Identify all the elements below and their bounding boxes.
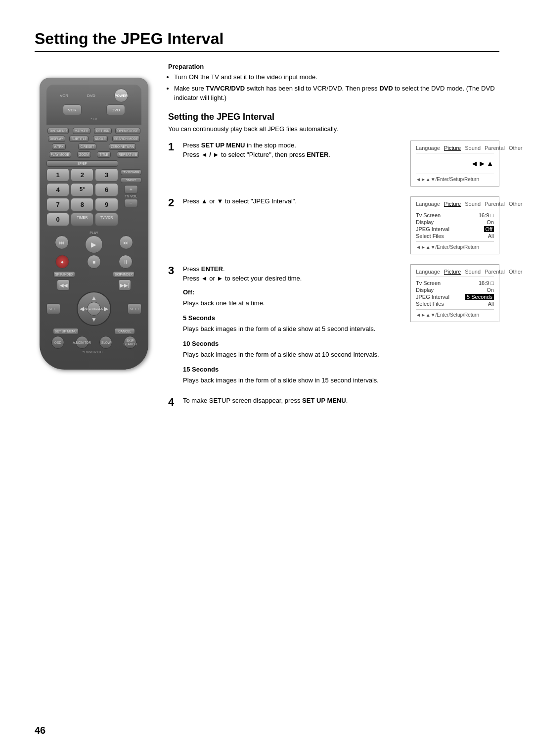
step-3-details: Off: Plays back one file at a time. 5 Se… bbox=[183, 287, 404, 386]
osd2-nav: ◄►▲▼/Enter/Setup/Return bbox=[416, 244, 494, 250]
osd2-jpeg-label: JPEG Interval bbox=[416, 226, 449, 232]
sp-ep-btn[interactable]: SP/EP bbox=[46, 160, 118, 167]
power-btn[interactable]: POWER bbox=[114, 89, 128, 102]
setup-cancel-row: SET UP MENU CANCEL bbox=[46, 328, 141, 334]
enter-select-btn[interactable]: ENTER/SELECT bbox=[87, 302, 101, 316]
tv-sub-label: * TV bbox=[50, 117, 137, 121]
num-8-btn[interactable]: 8 bbox=[71, 198, 93, 211]
vcr-switch-btn[interactable]: VCR bbox=[63, 104, 82, 115]
nav-up-btn[interactable]: ▲ bbox=[91, 294, 97, 301]
angle-btn[interactable]: ANGLE bbox=[93, 136, 108, 142]
osd2-tab-language: Language bbox=[416, 201, 440, 207]
zoom-btn[interactable]: ZOOM bbox=[77, 151, 91, 158]
subtitle-btn[interactable]: SUBTITLE bbox=[69, 136, 89, 142]
step-3-screen: Language Picture Sound Parental Other Tv… bbox=[410, 264, 499, 391]
cancel-btn[interactable]: CANCEL bbox=[114, 328, 135, 334]
step-1-content: Press SET UP MENU in the stop mode. Pres… bbox=[183, 141, 499, 189]
play-btn[interactable]: ▶ bbox=[85, 236, 103, 253]
rew-btn[interactable]: ⏮ bbox=[55, 236, 69, 249]
off-title: Off: bbox=[183, 287, 404, 297]
osd2-display-label: Display bbox=[416, 219, 434, 225]
osd2-select-files-value: All bbox=[488, 233, 494, 239]
tv-vcr-btn[interactable]: TV/VCR bbox=[95, 213, 118, 226]
input-btn[interactable]: *INPUT bbox=[121, 177, 141, 183]
num-5-btn[interactable]: 5° bbox=[71, 183, 93, 196]
tv-power-btn[interactable]: *TV POWER bbox=[121, 169, 141, 175]
preparation-section: Preparation Turn ON the TV and set it to… bbox=[168, 63, 499, 103]
step-1-text: Press SET UP MENU in the stop mode. Pres… bbox=[183, 141, 404, 189]
ff-btn[interactable]: ⏭ bbox=[119, 236, 133, 249]
osd3-display-value: On bbox=[487, 287, 494, 293]
skip-index-right-btn[interactable]: SKIP/INDEX bbox=[113, 271, 134, 278]
osd3-tv-screen-value: 16:9 □ bbox=[479, 280, 494, 286]
page-title: Setting the JPEG Interval bbox=[35, 30, 499, 48]
prev-chapter-btn[interactable]: |◀◀ bbox=[57, 280, 70, 290]
search-mode-btn[interactable]: SEARCH MODE bbox=[112, 136, 140, 142]
step-1-number: 1 bbox=[168, 142, 178, 152]
num-3-btn[interactable]: 3 bbox=[95, 168, 118, 182]
skip-search-btn[interactable]: SKIP SEARCH bbox=[124, 336, 136, 349]
section-heading: Setting the JPEG Interval bbox=[168, 112, 499, 122]
next-chapter-btn[interactable]: ▶▶| bbox=[118, 280, 131, 290]
tv-vol-plus-btn[interactable]: + bbox=[124, 185, 138, 193]
num-4-btn[interactable]: 4 bbox=[46, 183, 69, 196]
open-close-btn[interactable]: OPEN/CLOSE bbox=[115, 128, 140, 134]
num-9-btn[interactable]: 9 bbox=[95, 198, 118, 211]
osd3-nav: ◄►▲▼/Enter/Setup/Return bbox=[416, 312, 494, 318]
osd2-jpeg-value: Off bbox=[484, 226, 494, 232]
osd1-tab-language: Language bbox=[416, 145, 440, 151]
timer-btn[interactable]: TIMER bbox=[71, 213, 93, 226]
num-1-btn[interactable]: 1 bbox=[46, 168, 69, 182]
zero-return-btn[interactable]: ZERO RETURN bbox=[109, 143, 136, 150]
set-minus-btn[interactable]: SET − bbox=[46, 303, 60, 314]
play-mode-btn[interactable]: PLAY MODE bbox=[49, 151, 71, 158]
repeat-ab-btn[interactable]: REPEAT A/B bbox=[117, 151, 139, 158]
step-4-number: 4 bbox=[168, 397, 178, 408]
num-2-btn[interactable]: 2 bbox=[71, 168, 93, 182]
num-0-btn[interactable]: 0 bbox=[46, 213, 69, 226]
prep-item-2: Make sure TV/VCR/DVD switch has been sli… bbox=[174, 84, 499, 103]
return-btn[interactable]: RETURN bbox=[94, 128, 111, 134]
remote-control: VCR DVD POWER VCR DVD * TV DVD M bbox=[40, 78, 148, 370]
osd2-tv-screen-value: 16:9 □ bbox=[479, 212, 494, 218]
tv-vol-minus-btn[interactable]: − bbox=[124, 199, 138, 207]
pause-btn[interactable]: ⏸ bbox=[119, 255, 133, 269]
nav-down-btn[interactable]: ▼ bbox=[91, 316, 97, 323]
display-btn[interactable]: DISPLAY bbox=[48, 136, 65, 142]
osd3-tab-parental: Parental bbox=[485, 269, 505, 275]
setup-menu-btn[interactable]: SET UP MENU bbox=[53, 328, 79, 334]
a-monitor-btn[interactable]: A.MONITOR bbox=[76, 336, 89, 349]
set-plus-btn[interactable]: SET + bbox=[128, 303, 141, 314]
steps-container: 1 Press SET UP MENU in the stop mode. Pr… bbox=[168, 141, 499, 391]
skip-index-left-btn[interactable]: SKIP/INDEX bbox=[53, 271, 75, 278]
slow-btn[interactable]: SLOW bbox=[99, 336, 112, 349]
rec-btn[interactable]: ● bbox=[55, 255, 69, 269]
marker-btn[interactable]: MARKER bbox=[73, 128, 90, 134]
vcr-label: VCR bbox=[60, 94, 68, 98]
title-divider bbox=[35, 51, 499, 52]
num-7-btn[interactable]: 7 bbox=[46, 198, 69, 211]
osd3-jpeg-label: JPEG Interval bbox=[416, 294, 449, 300]
dvd-switch-btn[interactable]: DVD bbox=[106, 104, 125, 115]
numpad-area: SP/EP 1 2 3 4 5° 6 7 8 9 bbox=[46, 160, 141, 229]
main-layout: VCR DVD POWER VCR DVD * TV DVD M bbox=[35, 63, 499, 408]
bottom-buttons: OSD A.MONITOR SLOW SKIP SEARCH bbox=[46, 336, 141, 349]
title-btn[interactable]: TITLE bbox=[97, 151, 111, 158]
transport-controls: PLAY ⏮ ▶ ⏭ ● ■ ⏸ bbox=[46, 231, 141, 269]
osd2-tab-picture: Picture bbox=[444, 201, 461, 207]
step-1-screen: Language Picture Sound Parental Other ◄►… bbox=[410, 141, 499, 189]
num-6-btn[interactable]: 6 bbox=[95, 183, 118, 196]
step-4: 4 To make SETUP screen disappear, press … bbox=[168, 396, 499, 408]
osd-btn[interactable]: OSD bbox=[51, 336, 64, 349]
osd1-tab-parental: Parental bbox=[485, 145, 505, 151]
step-3-text: Press ENTER. Press ◄ or ► to select your… bbox=[183, 264, 404, 391]
a-trk-btn[interactable]: A.TRK bbox=[52, 143, 66, 150]
osd2-tab-other: Other bbox=[509, 201, 523, 207]
osd2-tab-sound: Sound bbox=[465, 201, 481, 207]
step-3-number: 3 bbox=[168, 265, 178, 276]
dvd-menu-btn[interactable]: DVD MENU bbox=[47, 128, 69, 134]
stop-btn[interactable]: ■ bbox=[87, 255, 101, 269]
step-2: 2 Press ▲ or ▼ to select "JPEG Interval"… bbox=[168, 196, 499, 256]
c-reset-btn[interactable]: C.RESET bbox=[78, 143, 96, 150]
step-3: 3 Press ENTER. Press ◄ or ► to select yo… bbox=[168, 264, 499, 391]
